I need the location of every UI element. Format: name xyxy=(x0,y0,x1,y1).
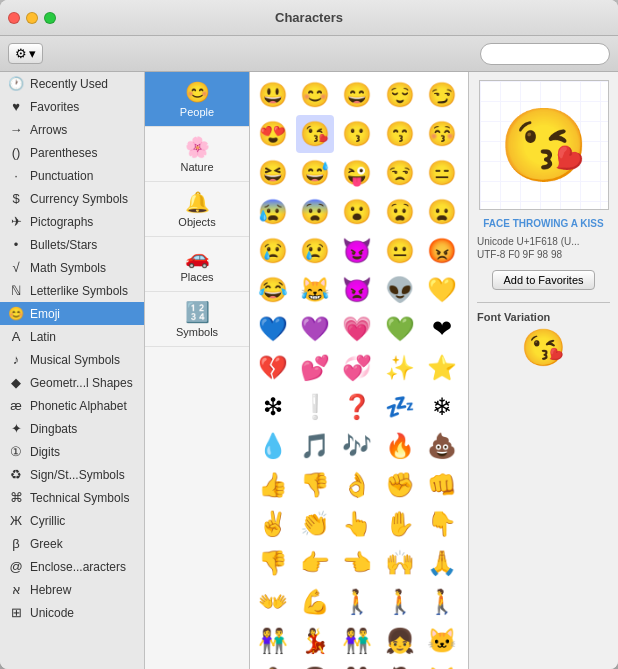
gear-button[interactable]: ⚙ ▾ xyxy=(8,43,43,64)
add-to-favorites-button[interactable]: Add to Favorites xyxy=(492,270,594,290)
emoji-cell[interactable]: 👰 xyxy=(381,661,419,669)
emoji-cell[interactable]: 💚 xyxy=(381,310,419,348)
category-nature[interactable]: 🌸Nature xyxy=(145,127,249,182)
sidebar-item-phonetic[interactable]: æPhonetic Alphabet xyxy=(0,394,144,417)
emoji-cell[interactable]: ❄ xyxy=(423,388,461,426)
emoji-cell[interactable]: 😘 xyxy=(296,115,334,153)
emoji-cell[interactable]: 😒 xyxy=(381,154,419,192)
emoji-cell[interactable]: 💧 xyxy=(254,427,292,465)
sidebar-item-cyrillic[interactable]: ЖCyrillic xyxy=(0,509,144,532)
emoji-cell[interactable]: 👇 xyxy=(423,505,461,543)
emoji-cell[interactable]: 😍 xyxy=(254,115,292,153)
emoji-cell[interactable]: ✨ xyxy=(381,349,419,387)
minimize-button[interactable] xyxy=(26,12,38,24)
sidebar-item-emoji[interactable]: 😊Emoji xyxy=(0,302,144,325)
emoji-cell[interactable]: 💗 xyxy=(338,310,376,348)
emoji-cell[interactable]: ⭐ xyxy=(423,349,461,387)
emoji-cell[interactable]: ❤ xyxy=(423,310,461,348)
emoji-cell[interactable]: 🚶 xyxy=(423,583,461,621)
emoji-cell[interactable]: 👫 xyxy=(338,661,376,669)
emoji-cell[interactable]: 😡 xyxy=(423,232,461,270)
emoji-cell[interactable]: 😜 xyxy=(338,154,376,192)
emoji-cell[interactable]: 😄 xyxy=(338,76,376,114)
emoji-cell[interactable]: 😆 xyxy=(254,154,292,192)
sidebar-item-math[interactable]: √Math Symbols xyxy=(0,256,144,279)
emoji-cell[interactable]: 👧 xyxy=(381,622,419,660)
sidebar-item-dingbats[interactable]: ✦Dingbats xyxy=(0,417,144,440)
emoji-cell[interactable]: 😰 xyxy=(254,193,292,231)
maximize-button[interactable] xyxy=(44,12,56,24)
emoji-cell[interactable]: ✌ xyxy=(254,505,292,543)
emoji-cell[interactable]: 💃 xyxy=(296,622,334,660)
emoji-cell[interactable]: 😦 xyxy=(423,193,461,231)
emoji-cell[interactable]: 💜 xyxy=(296,310,334,348)
emoji-cell[interactable]: 😨 xyxy=(296,193,334,231)
emoji-cell[interactable]: 🙏 xyxy=(423,544,461,582)
sidebar-item-latin[interactable]: ALatin xyxy=(0,325,144,348)
emoji-cell[interactable]: 💕 xyxy=(296,349,334,387)
emoji-cell[interactable]: 💛 xyxy=(423,271,461,309)
emoji-cell[interactable]: 👏 xyxy=(296,505,334,543)
emoji-cell[interactable]: 😢 xyxy=(296,232,334,270)
emoji-cell[interactable]: 💔 xyxy=(254,349,292,387)
sidebar-item-digits[interactable]: ①Digits xyxy=(0,440,144,463)
sidebar-item-bullets[interactable]: •Bullets/Stars xyxy=(0,233,144,256)
emoji-cell[interactable]: ✋ xyxy=(381,505,419,543)
emoji-cell[interactable]: 😅 xyxy=(296,154,334,192)
emoji-cell[interactable]: 👉 xyxy=(296,544,334,582)
emoji-cell[interactable]: 🚶 xyxy=(381,583,419,621)
sidebar-item-enclosed[interactable]: @Enclose...aracters xyxy=(0,555,144,578)
emoji-cell[interactable]: 👽 xyxy=(381,271,419,309)
sidebar-item-parentheses[interactable]: ()Parentheses xyxy=(0,141,144,164)
emoji-cell[interactable]: 🔥 xyxy=(381,427,419,465)
emoji-cell[interactable]: ❓ xyxy=(338,388,376,426)
emoji-cell[interactable]: 💪 xyxy=(296,583,334,621)
search-input[interactable] xyxy=(480,43,610,65)
emoji-cell[interactable]: 😏 xyxy=(423,76,461,114)
emoji-cell[interactable]: 👆 xyxy=(338,505,376,543)
emoji-cell[interactable]: 🎶 xyxy=(338,427,376,465)
emoji-cell[interactable]: 👎 xyxy=(254,544,292,582)
sidebar-item-technical[interactable]: ⌘Technical Symbols xyxy=(0,486,144,509)
sidebar-item-favorites[interactable]: ♥Favorites xyxy=(0,95,144,118)
sidebar-item-arrows[interactable]: →Arrows xyxy=(0,118,144,141)
emoji-cell[interactable]: 😊 xyxy=(296,76,334,114)
emoji-cell[interactable]: 💙 xyxy=(254,310,292,348)
emoji-cell[interactable]: 😂 xyxy=(254,271,292,309)
emoji-cell[interactable]: 👊 xyxy=(423,466,461,504)
emoji-cell[interactable]: 👧 xyxy=(296,661,334,669)
category-objects[interactable]: 🔔Objects xyxy=(145,182,249,237)
emoji-cell[interactable]: 👫 xyxy=(338,622,376,660)
emoji-cell[interactable]: 😗 xyxy=(338,115,376,153)
category-symbols[interactable]: 🔢Symbols xyxy=(145,292,249,347)
emoji-cell[interactable]: 😈 xyxy=(338,232,376,270)
sidebar-item-geometric[interactable]: ◆Geometr...l Shapes xyxy=(0,371,144,394)
sidebar-item-greek[interactable]: βGreek xyxy=(0,532,144,555)
emoji-cell[interactable]: 😙 xyxy=(381,115,419,153)
sidebar-item-currency[interactable]: $Currency Symbols xyxy=(0,187,144,210)
emoji-cell[interactable]: 💩 xyxy=(423,427,461,465)
emoji-cell[interactable]: 👌 xyxy=(338,466,376,504)
emoji-cell[interactable]: 🐱 xyxy=(423,661,461,669)
emoji-cell[interactable]: 😮 xyxy=(338,193,376,231)
emoji-cell[interactable]: 🐱 xyxy=(423,622,461,660)
category-places[interactable]: 🚗Places xyxy=(145,237,249,292)
emoji-cell[interactable]: 🚶 xyxy=(338,583,376,621)
close-button[interactable] xyxy=(8,12,20,24)
emoji-cell[interactable]: 🎵 xyxy=(296,427,334,465)
emoji-cell[interactable]: 👐 xyxy=(254,583,292,621)
emoji-cell[interactable]: 😧 xyxy=(381,193,419,231)
emoji-cell[interactable]: 👫 xyxy=(254,622,292,660)
emoji-cell[interactable]: 😃 xyxy=(254,76,292,114)
emoji-cell[interactable]: 🙌 xyxy=(381,544,419,582)
emoji-cell[interactable]: 👈 xyxy=(338,544,376,582)
emoji-cell[interactable]: ✊ xyxy=(381,466,419,504)
sidebar-item-recently-used[interactable]: 🕐Recently Used xyxy=(0,72,144,95)
emoji-cell[interactable]: 👎 xyxy=(296,466,334,504)
sidebar-item-sign[interactable]: ♻Sign/St...Symbols xyxy=(0,463,144,486)
sidebar-item-hebrew[interactable]: אHebrew xyxy=(0,578,144,601)
emoji-cell[interactable]: 👍 xyxy=(254,466,292,504)
emoji-cell[interactable]: ❕ xyxy=(296,388,334,426)
category-people[interactable]: 😊People xyxy=(145,72,249,127)
sidebar-item-punctuation[interactable]: ·Punctuation xyxy=(0,164,144,187)
